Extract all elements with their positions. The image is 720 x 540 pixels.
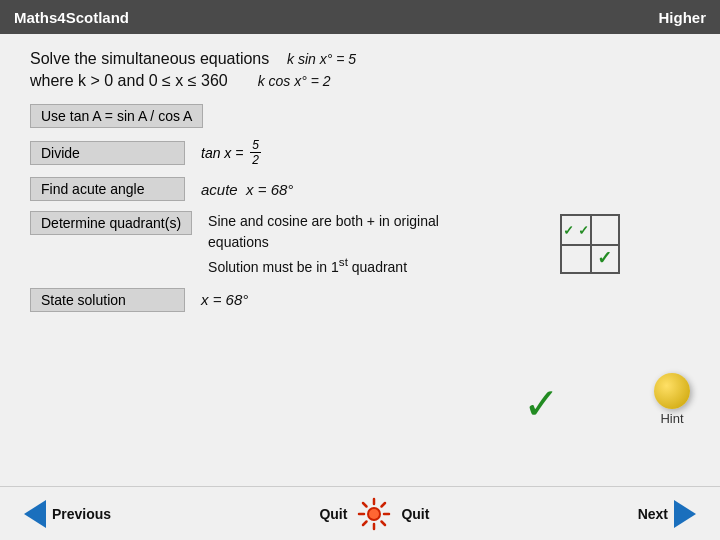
equation2-img: k cos x° = 2: [258, 73, 331, 89]
header: Maths4Scotland Higher: [0, 0, 720, 34]
quadrant-description: Sine and cosine are both + in original e…: [208, 211, 439, 278]
sun-icon[interactable]: [357, 497, 391, 531]
footer: Previous Quit Quit Next: [0, 486, 720, 540]
previous-arrow-icon: [24, 500, 46, 528]
step-find-angle: Find acute angle acute x = 68°: [30, 177, 690, 201]
step-label-find-angle: Find acute angle: [30, 177, 185, 201]
step-use-tan: Use tan A = sin A / cos A: [30, 104, 690, 128]
big-checkmark: ✓: [523, 379, 560, 428]
step-formula-find-angle: acute x = 68°: [201, 181, 293, 198]
svg-line-4: [363, 503, 367, 507]
big-checkmark-area: ✓: [523, 382, 560, 426]
step-label-use-tan: Use tan A = sin A / cos A: [30, 104, 203, 128]
fraction-5-2: 5 2: [250, 138, 261, 167]
step-label-determine: Determine quadrant(s): [30, 211, 192, 235]
step-formula-state: x = 68°: [201, 291, 248, 308]
main-content: Solve the simultaneous equations k sin x…: [0, 34, 720, 486]
next-button[interactable]: Next: [638, 500, 696, 528]
quit-label-2[interactable]: Quit: [401, 506, 429, 522]
equation1-img: k sin x° = 5: [287, 51, 356, 67]
grid-cell-br: ✓: [590, 244, 618, 272]
quadrant-desc2: equations: [208, 232, 439, 253]
svg-line-6: [382, 503, 386, 507]
svg-line-7: [363, 521, 367, 525]
grid-cell-tr: [590, 216, 618, 244]
check-grid: ✓ ✓ ✓: [560, 214, 630, 284]
quadrant-desc3: Solution must be in 1st quadrant: [208, 253, 439, 278]
level-badge: Higher: [658, 9, 706, 26]
hint-ball: [654, 373, 690, 409]
grid-cell-bl: [562, 244, 590, 272]
app-title: Maths4Scotland: [14, 9, 129, 26]
svg-line-5: [382, 521, 386, 525]
hint-area: Hint: [654, 373, 690, 426]
intro-line1: Solve the simultaneous equations k sin x…: [30, 50, 690, 68]
footer-center: Quit Quit: [319, 497, 429, 531]
grid-cell-tl: ✓ ✓: [562, 216, 590, 244]
quadrant-desc1: Sine and cosine are both + in original: [208, 211, 439, 232]
next-label: Next: [638, 506, 668, 522]
step-divide: Divide tan x = 5 2: [30, 138, 690, 167]
hint-label: Hint: [654, 411, 690, 426]
quadrant-grid: ✓ ✓ ✓: [560, 214, 620, 274]
step-state: State solution x = 68°: [30, 288, 690, 312]
step-formula-divide: tan x = 5 2: [201, 138, 264, 167]
quit-label-1[interactable]: Quit: [319, 506, 347, 522]
next-arrow-icon: [674, 500, 696, 528]
intro-line2: where k > 0 and 0 ≤ x ≤ 360 k cos x° = 2: [30, 72, 690, 90]
svg-point-9: [369, 509, 379, 519]
step-label-divide: Divide: [30, 141, 185, 165]
previous-label: Previous: [52, 506, 111, 522]
previous-button[interactable]: Previous: [24, 500, 111, 528]
step-label-state: State solution: [30, 288, 185, 312]
